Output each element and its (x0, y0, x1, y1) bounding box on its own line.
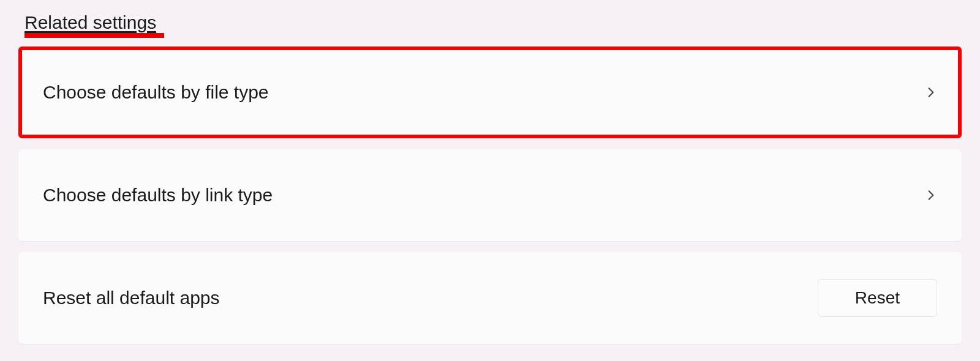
choose-defaults-file-type-label: Choose defaults by file type (43, 82, 269, 103)
chevron-right-icon (925, 86, 937, 99)
chevron-right-icon (925, 189, 937, 201)
reset-button[interactable]: Reset (818, 279, 937, 317)
reset-default-apps-row: Reset all default apps Reset (18, 252, 962, 344)
choose-defaults-file-type-row[interactable]: Choose defaults by file type (18, 47, 962, 138)
choose-defaults-link-type-label: Choose defaults by link type (43, 185, 273, 206)
reset-default-apps-label: Reset all default apps (43, 288, 220, 308)
choose-defaults-link-type-row[interactable]: Choose defaults by link type (18, 149, 962, 241)
related-settings-heading: Related settings (24, 12, 156, 33)
